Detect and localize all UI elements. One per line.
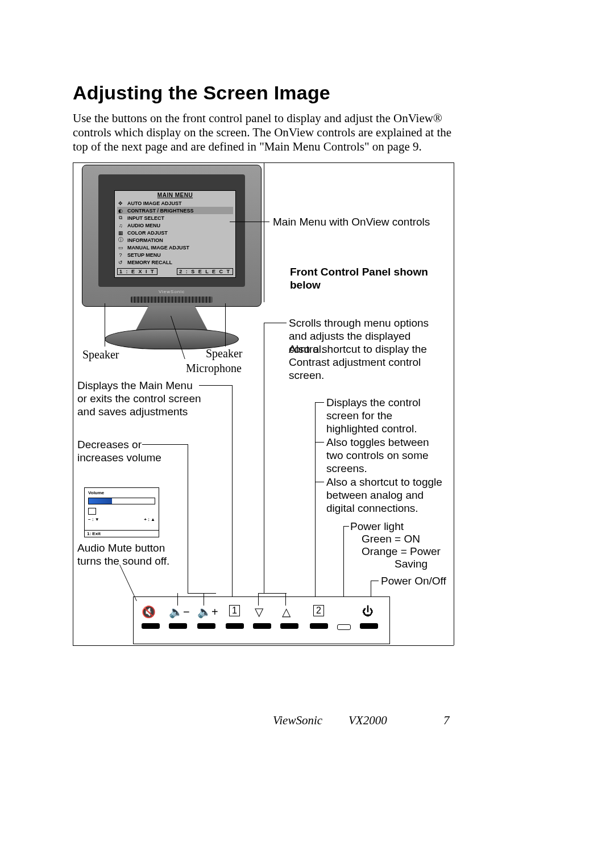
footer-brand: ViewSonic <box>273 713 322 728</box>
monitor-illustration: MAIN MENU ✥AUTO IMAGE ADJUST ◐CONTRAST /… <box>82 165 260 356</box>
panel-mute-button[interactable] <box>142 623 160 629</box>
volume-mute-box <box>88 508 96 515</box>
leader-scrolls-v <box>264 323 264 593</box>
callout-speaker-left: Speaker <box>82 348 119 361</box>
front-control-panel: 🔇 🔈− 🔈+ 1 ▽ △ 2 ⏻ <box>133 596 390 644</box>
leader-speaker-left <box>105 303 105 347</box>
panel-down-button[interactable] <box>253 623 271 629</box>
panel-one-icon[interactable]: 1 <box>229 605 240 616</box>
panel-vol-up-icon[interactable]: 🔈+ <box>197 605 218 619</box>
panel-two-icon[interactable]: 2 <box>313 605 324 616</box>
leader-volume-h <box>142 444 188 445</box>
callout-speaker-right: Speaker <box>206 347 242 360</box>
panel-mute-icon[interactable]: 🔇 <box>142 605 156 619</box>
callout-scrolls-also: Also a shortcut to display the Contrast … <box>289 343 448 382</box>
callout-microphone: Microphone <box>186 361 242 375</box>
leader-power-light-v <box>343 526 344 596</box>
osd-item-1: CONTRAST / BRIGHTNESS <box>127 208 194 214</box>
panel-power-led <box>337 624 351 630</box>
panel-vol-up-button[interactable] <box>197 623 215 629</box>
volume-osd-exit: 1: Exit <box>85 530 159 537</box>
leader-power-onoff-h <box>371 581 379 581</box>
callout-displays-control-also1: Also toggles between two controls on som… <box>326 436 446 475</box>
osd-item-4: COLOR ADJUST <box>127 230 168 236</box>
panel-vol-down-icon[interactable]: 🔈− <box>169 605 190 619</box>
osd-item-2: INPUT SELECT <box>127 215 164 221</box>
panel-vol-down-button[interactable] <box>169 623 187 629</box>
leader-speaker-right <box>225 303 226 347</box>
section-heading: Adjusting the Screen Image <box>73 82 330 104</box>
leader-displays-control-h1 <box>315 402 324 403</box>
panel-down-icon[interactable]: ▽ <box>255 605 263 619</box>
panel-two-button[interactable] <box>310 623 328 629</box>
monitor-brand: ViewSonic <box>82 289 261 294</box>
volume-osd-plus: + : ▲ <box>144 517 155 522</box>
osd-item-3: AUDIO MENU <box>127 223 160 228</box>
callout-main-menu: Main Menu with OnView controls <box>273 216 438 229</box>
volume-osd-minus: − : ▼ <box>88 517 99 522</box>
figure-divider <box>264 162 264 302</box>
leader-mute <box>119 565 137 601</box>
leader-volume-bridge <box>188 593 216 594</box>
osd-item-8: MEMORY RECALL <box>127 260 172 265</box>
osd-item-7: SETUP MENU <box>127 252 161 258</box>
leader-power-onoff-v <box>371 581 371 596</box>
panel-power-icon[interactable]: ⏻ <box>362 605 374 618</box>
leader-scrolls-h <box>264 323 287 323</box>
osd-item-0: AUTO IMAGE ADJUST <box>127 201 182 206</box>
figure-border-top <box>73 162 454 163</box>
figure-border-right <box>454 162 454 645</box>
panel-up-button[interactable] <box>280 623 298 629</box>
panel-one-button[interactable] <box>226 623 244 629</box>
osd-title: MAIN MENU <box>117 192 233 198</box>
osd-main-menu: MAIN MENU ✥AUTO IMAGE ADJUST ◐CONTRAST /… <box>114 190 236 278</box>
panel-up-icon[interactable]: △ <box>282 605 291 619</box>
osd-item-6: MANUAL IMAGE ADJUST <box>127 245 189 251</box>
callout-audio-mute: Audio Mute button turns the sound off. <box>77 542 191 568</box>
speaker-grille <box>131 297 213 303</box>
callout-front-panel-heading: Front Control Panel shown below <box>290 266 438 292</box>
leader-displays-main-menu-v <box>232 385 233 596</box>
callout-power-green: Green = ON <box>362 533 420 546</box>
leader-volume-v1 <box>188 444 188 593</box>
callout-power-orange: Orange = Power <box>362 545 441 558</box>
volume-osd: Volume − : ▼ + : ▲ 1: Exit <box>84 487 159 537</box>
callout-volume: Decreases or increases volume <box>77 439 180 465</box>
osd-select: 2 : S E L E C T <box>177 268 233 275</box>
leader-displays-control-h2 <box>315 442 324 443</box>
osd-item-5: INFORMATION <box>127 237 163 243</box>
osd-exit: 1 : E X I T <box>117 268 157 275</box>
figure-border-left <box>73 162 73 645</box>
footer-model: VX2000 <box>349 713 387 728</box>
leader-displays-main-menu-h <box>199 385 232 386</box>
leader-displays-control-v <box>315 402 316 596</box>
leader-main-menu <box>230 222 269 222</box>
monitor-body: MAIN MENU ✥AUTO IMAGE ADJUST ◐CONTRAST /… <box>82 165 262 307</box>
callout-displays-main-menu: Displays the Main Menu or exits the cont… <box>77 379 202 418</box>
panel-power-button[interactable] <box>360 623 378 629</box>
callout-power-saving: Saving <box>395 558 428 571</box>
intro-paragraph: Use the buttons on the front control pan… <box>73 111 459 155</box>
callout-displays-control: Displays the control screen for the high… <box>326 397 446 435</box>
figure-border-bottom <box>73 645 454 646</box>
callout-power-onoff: Power On/Off <box>381 575 446 588</box>
leader-displays-control-h3 <box>315 482 324 482</box>
leader-power-light-h <box>343 526 349 527</box>
callout-power-light: Power light <box>350 520 404 533</box>
page-number: 7 <box>443 713 450 728</box>
callout-displays-control-also2: Also a shortcut to toggle between analog… <box>326 476 446 515</box>
leader-scrolls-bridge <box>258 593 287 594</box>
volume-osd-title: Volume <box>88 490 159 495</box>
volume-bar <box>88 498 155 504</box>
